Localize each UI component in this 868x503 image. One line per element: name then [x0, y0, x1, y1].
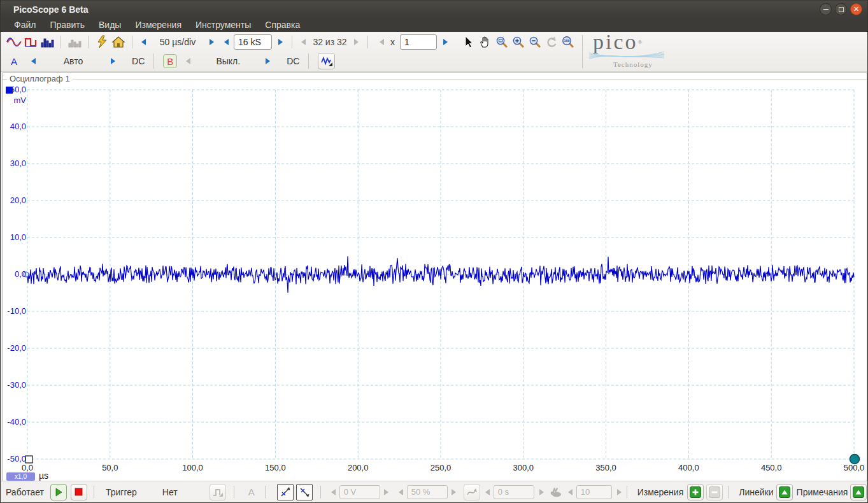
menubar: ФайлПравитьВидыИзмеренияИнструментыСправ…: [1, 17, 867, 32]
zoom-out-icon[interactable]: [527, 34, 543, 50]
y-tick-label: -40,0: [3, 417, 26, 427]
rulers-panel-button[interactable]: [776, 484, 793, 500]
buffer-position: 32 из 32: [309, 37, 350, 47]
y-tick-label: -30,0: [3, 380, 26, 390]
x-tick-label: 450,0: [761, 463, 782, 472]
separator: [292, 36, 292, 48]
minimize-button[interactable]: [820, 3, 832, 15]
window-controls: ✕: [820, 3, 862, 15]
x-tick-label: 350,0: [595, 463, 616, 472]
menu-item-1[interactable]: Править: [43, 18, 92, 31]
notes-panel-button[interactable]: [850, 484, 867, 500]
measurements-label: Измерения: [637, 487, 684, 497]
channel-a-range[interactable]: Авто: [36, 56, 111, 66]
channel-a-coupling[interactable]: DC: [132, 56, 145, 66]
x-zoom-badge: x1,0: [6, 472, 35, 481]
channel-a-range-increase-arrow[interactable]: [111, 58, 115, 64]
menu-item-5[interactable]: Справка: [258, 18, 307, 31]
zoom-factor-input[interactable]: 1: [400, 34, 437, 50]
play-button[interactable]: [50, 484, 67, 500]
delay-decrease-arrow: [485, 489, 490, 495]
separator: [265, 486, 266, 499]
groupbox-line: [3, 79, 867, 80]
y-tick-label: 30,0: [3, 159, 26, 168]
add-measurement-button[interactable]: [687, 484, 704, 500]
histogram-icon[interactable]: [39, 34, 55, 50]
stop-icon: [75, 488, 83, 496]
zoom-in-icon[interactable]: [510, 34, 527, 50]
menu-item-2[interactable]: Виды: [92, 18, 128, 31]
samples-decrease-arrow[interactable]: [224, 39, 229, 45]
y-tick-label: 10,0: [3, 232, 26, 242]
y-tick-label: -20,0: [3, 343, 26, 353]
menu-item-0[interactable]: Файл: [7, 18, 43, 31]
x-tick-label: 200,0: [348, 463, 369, 472]
zoom-increase-arrow[interactable]: [443, 39, 448, 45]
stop-button[interactable]: [71, 484, 87, 500]
samples-input[interactable]: 16 kS: [234, 34, 272, 50]
separator: [728, 486, 729, 499]
remove-measurement-button: [706, 484, 723, 500]
separator: [320, 486, 321, 499]
zoom-decrease-arrow: [380, 39, 384, 45]
trigger-channel-label: A: [248, 486, 255, 497]
menu-item-4[interactable]: Инструменты: [189, 18, 258, 31]
y-tick-label: -50,0: [3, 454, 26, 464]
separator: [153, 53, 154, 69]
cursor-icon[interactable]: [460, 34, 477, 50]
x-tick-label: 150,0: [265, 463, 286, 472]
y-tick-label: 20,0: [3, 195, 26, 205]
rabbit-icon: [548, 485, 564, 500]
undo-zoom-icon: [543, 34, 560, 50]
channel-b-coupling[interactable]: DC: [287, 56, 299, 66]
channel-a-range-decrease-arrow[interactable]: [31, 58, 36, 64]
separator: [582, 35, 583, 68]
separator: [88, 36, 89, 48]
separator: [234, 486, 234, 499]
channel-b-range[interactable]: Выкл.: [190, 56, 266, 66]
scope-graph[interactable]: [3, 73, 867, 481]
timebase-decrease-arrow[interactable]: [141, 39, 146, 45]
maximize-button[interactable]: [835, 3, 847, 15]
y-tick-label: -10,0: [3, 306, 26, 316]
x-tick-label: 300,0: [513, 463, 534, 472]
channel-b-range-increase-arrow[interactable]: [266, 58, 270, 64]
y-tick-label: 40,0: [3, 122, 26, 131]
maximize-icon: [839, 7, 844, 12]
timebase-value[interactable]: 50 µs/div: [150, 37, 206, 47]
lightning-icon[interactable]: [94, 34, 110, 50]
zoom-full-icon[interactable]: 100: [560, 34, 576, 50]
samples-increase-arrow[interactable]: [278, 39, 283, 45]
separator: [367, 36, 368, 48]
home-icon[interactable]: [110, 34, 127, 50]
separator: [94, 486, 94, 499]
delay-input: 0 s: [494, 485, 534, 499]
add-measurement-icon: [690, 486, 701, 498]
scope-view-icon[interactable]: [6, 34, 22, 50]
x-tick-label: 50,0: [102, 463, 118, 472]
hysteresis-decrease-arrow: [399, 489, 403, 495]
hysteresis-input: 50 %: [407, 485, 448, 499]
hand-pan-icon[interactable]: [477, 34, 494, 50]
x-tick-label: 250,0: [430, 463, 452, 472]
trigger-mode-value[interactable]: Нет: [162, 487, 178, 497]
x-tick-label: 500,0: [844, 463, 865, 472]
zoom-marquee-icon[interactable]: [494, 34, 510, 50]
falling-edge-icon: [299, 486, 310, 498]
buffer-previous-arrow: [301, 39, 306, 45]
panel-up-icon: [779, 486, 790, 498]
menu-item-3[interactable]: Измерения: [128, 18, 189, 31]
timebase-increase-arrow[interactable]: [210, 39, 214, 45]
channel-b-button[interactable]: B: [163, 54, 177, 68]
falling-edge-button[interactable]: [296, 484, 313, 500]
probe-waveform-button[interactable]: [318, 53, 335, 69]
rising-edge-button[interactable]: [277, 484, 294, 500]
close-button[interactable]: ✕: [850, 3, 862, 15]
panel-up-icon: [853, 486, 864, 498]
separator: [132, 36, 132, 48]
spectrum-square-icon[interactable]: [22, 34, 39, 50]
separator: [60, 36, 61, 48]
play-icon: [54, 488, 63, 497]
rapid-count-input: 10: [576, 485, 612, 499]
trigger-marker-button: [210, 484, 226, 500]
